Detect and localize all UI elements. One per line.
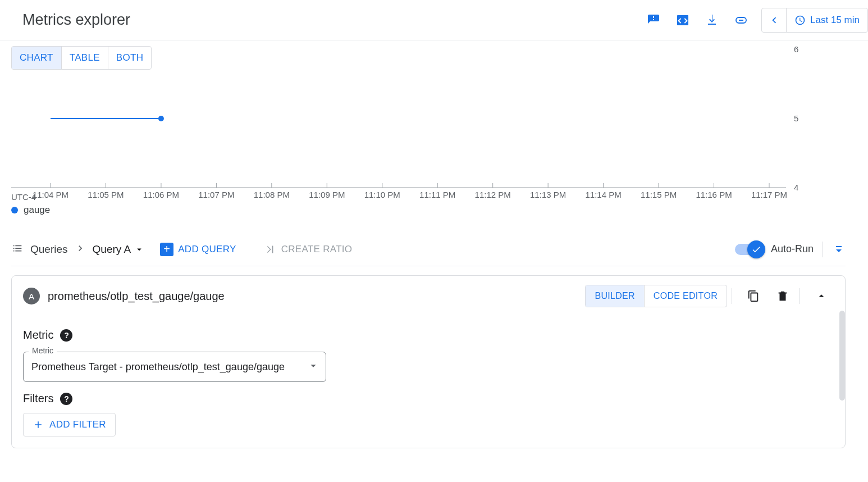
svg-text:11:07 PM: 11:07 PM <box>198 190 234 199</box>
delete-icon[interactable] <box>770 284 795 308</box>
svg-text:11:08 PM: 11:08 PM <box>254 190 290 199</box>
create-ratio-button[interactable]: CREATE RATIO <box>263 243 353 256</box>
query-mode-segment: BUILDER CODE EDITOR <box>585 285 727 307</box>
download-icon[interactable] <box>698 7 725 34</box>
plus-icon: + <box>160 243 173 256</box>
svg-text:11:17 PM: 11:17 PM <box>751 190 787 199</box>
code-editor-tab[interactable]: CODE EDITOR <box>644 285 727 307</box>
svg-text:5: 5 <box>794 113 798 123</box>
timezone-label: UTC-4 <box>11 192 36 202</box>
tab-both[interactable]: BOTH <box>108 47 151 69</box>
page-title: Metrics explorer <box>22 11 130 29</box>
query-badge: A <box>23 288 40 304</box>
svg-text:6: 6 <box>794 44 798 54</box>
current-query-label: Query A <box>93 243 131 256</box>
svg-text:11:04 PM: 11:04 PM <box>33 190 68 199</box>
query-panel-body: Metric ? Metric Prometheus Target - prom… <box>12 316 845 448</box>
queries-label: Queries <box>30 243 68 256</box>
svg-point-32 <box>158 116 164 121</box>
svg-text:11:06 PM: 11:06 PM <box>143 190 179 199</box>
tab-chart[interactable]: CHART <box>12 47 61 69</box>
view-tab-group: CHART TABLE BOTH <box>11 46 152 70</box>
time-range-prev[interactable] <box>762 8 787 33</box>
metric-field[interactable]: Metric Prometheus Target - prometheus/ot… <box>23 352 326 382</box>
dropdown-caret-icon <box>307 360 319 374</box>
chevron-right-icon <box>75 243 86 256</box>
metric-field-value: Prometheus Target - prometheus/otlp_test… <box>23 352 326 382</box>
filters-section-title: Filters <box>23 392 53 405</box>
code-icon[interactable] <box>669 7 696 34</box>
add-filter-button[interactable]: ADD FILTER <box>23 413 116 436</box>
svg-text:11:12 PM: 11:12 PM <box>475 190 511 199</box>
divider <box>800 288 800 304</box>
chart-legend: gauge <box>11 204 50 216</box>
divider <box>732 288 732 304</box>
metric-field-label: Metric <box>29 346 57 355</box>
time-range-label: Last 15 min <box>810 15 860 26</box>
query-panel: A prometheus/otlp_test_gauge/gauge BUILD… <box>11 275 846 448</box>
help-icon[interactable]: ? <box>60 329 72 342</box>
svg-text:11:13 PM: 11:13 PM <box>530 190 566 199</box>
builder-tab[interactable]: BUILDER <box>586 285 643 307</box>
svg-text:11:15 PM: 11:15 PM <box>641 190 677 199</box>
help-icon[interactable]: ? <box>60 393 72 405</box>
auto-run-toggle[interactable] <box>735 244 762 255</box>
time-range-button[interactable]: Last 15 min <box>787 15 867 26</box>
collapse-panel-icon[interactable] <box>809 284 834 308</box>
header: Metrics explorer Last 15 min <box>0 0 868 40</box>
auto-run-label: Auto-Run <box>771 243 814 255</box>
collapse-all-button[interactable] <box>823 242 846 257</box>
svg-text:11:05 PM: 11:05 PM <box>88 190 124 199</box>
tab-table[interactable]: TABLE <box>61 47 108 69</box>
svg-text:11:11 PM: 11:11 PM <box>419 190 455 199</box>
svg-text:4: 4 <box>794 183 798 192</box>
header-actions: Last 15 min <box>640 7 868 34</box>
toggle-knob <box>747 240 765 258</box>
metric-section-title: Metric <box>23 329 53 342</box>
link-icon[interactable] <box>728 7 755 34</box>
queries-toolbar: Queries Query A + ADD QUERY CREATE RATIO <box>11 233 846 266</box>
svg-text:11:14 PM: 11:14 PM <box>586 190 622 199</box>
svg-text:11:16 PM: 11:16 PM <box>696 190 732 199</box>
svg-text:11:09 PM: 11:09 PM <box>309 190 345 199</box>
legend-label: gauge <box>24 204 50 216</box>
queries-list-icon <box>11 242 24 257</box>
current-query-dropdown[interactable]: Query A <box>93 243 145 256</box>
add-query-button[interactable]: + ADD QUERY <box>160 243 236 256</box>
feedback-icon[interactable] <box>640 7 667 34</box>
query-panel-header: A prometheus/otlp_test_gauge/gauge BUILD… <box>12 276 845 316</box>
svg-text:11:10 PM: 11:10 PM <box>364 190 400 199</box>
legend-dot-icon <box>11 207 18 213</box>
panel-scrollbar[interactable] <box>837 311 845 444</box>
copy-icon[interactable] <box>741 284 766 308</box>
time-range-selector: Last 15 min <box>761 8 868 33</box>
query-title: prometheus/otlp_test_gauge/gauge <box>48 290 225 303</box>
